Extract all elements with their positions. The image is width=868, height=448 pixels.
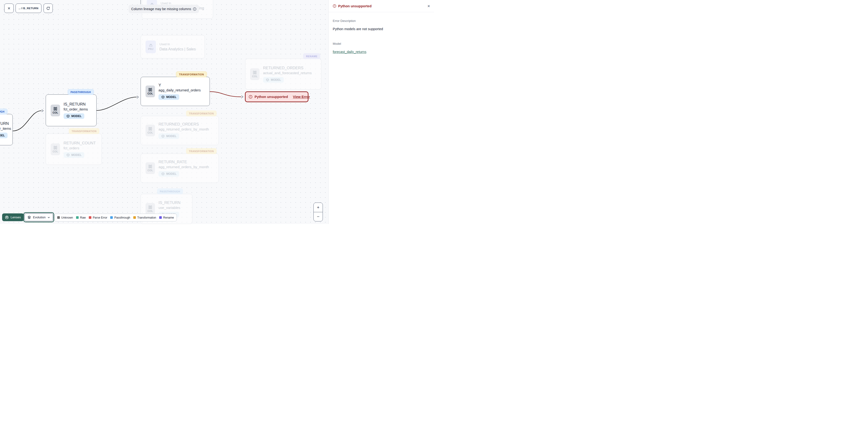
legend-swatch: [159, 216, 162, 219]
zoom-out-button[interactable]: −: [314, 212, 322, 221]
lineage-node-forecast-renamed[interactable]: RENAME COL RETURNED_ORDERS actual_and_fo…: [245, 59, 321, 90]
column-lineage-app: Python unsupported View Error Column lin…: [0, 0, 434, 224]
lens-selected-label: Evolution: [33, 215, 45, 219]
breadcrumb-label: .. / IS_RETURN: [19, 7, 38, 10]
used-in-value: Data Analytics | Sales: [159, 47, 196, 51]
lineage-notice-banner: Column lineage may be missing columns: [129, 5, 199, 13]
node-model-name: fct_order_items: [64, 107, 88, 111]
model-pill: MODEL: [158, 94, 179, 100]
lenses-aperture-icon: [5, 215, 9, 219]
node-model-name: fct_orders: [64, 146, 96, 150]
view-error-link[interactable]: View Error: [293, 95, 310, 99]
legend-label: Transformation: [137, 216, 156, 219]
lineage-node-used-in-sales[interactable]: PRJ Used In Data Analytics | Sales: [141, 35, 205, 58]
lineage-canvas[interactable]: Python unsupported View Error Column lin…: [0, 0, 329, 224]
info-icon[interactable]: [193, 7, 196, 11]
model-pill: MODEL: [263, 77, 284, 83]
error-node-label: Python unsupported: [254, 95, 288, 99]
notice-text: Column lineage may be missing columns: [131, 7, 191, 11]
lens-badge: TRANSFORMATION: [186, 111, 217, 116]
legend-swatch: [76, 216, 79, 219]
alert-circle-icon: [333, 4, 336, 8]
legend-item-passthrough: Passthrough: [110, 216, 130, 219]
chevron-down-icon: [47, 216, 50, 219]
lineage-node-return-rate[interactable]: TRANSFORMATION COL RETURN_RATE agg_retur…: [141, 154, 219, 183]
refresh-button[interactable]: [43, 3, 53, 13]
lenses-label: Lenses: [10, 215, 21, 219]
lineage-node-returned-orders-month[interactable]: TRANSFORMATION COL RETURNED_ORDERS agg_r…: [141, 116, 219, 145]
legend-label: Raw: [80, 216, 86, 219]
legend-swatch: [133, 216, 136, 219]
lenses-button[interactable]: Lenses: [2, 213, 24, 221]
lineage-node-upstream-is-return[interactable]: PASSTHROUGH COL IS_RETURN fct_order_item…: [0, 114, 13, 145]
lens-badge: PASSTHROUGH: [68, 89, 94, 95]
error-description-label: Error Description: [333, 19, 430, 23]
lineage-node-return-count[interactable]: TRANSFORMATION COL RETURN_COUNT fct_orde…: [46, 133, 102, 165]
model-pill: MODEL: [64, 113, 84, 119]
model-link[interactable]: forecast_daily_returns: [333, 50, 366, 54]
legend-swatch: [110, 216, 113, 219]
column-icon: COL: [51, 104, 60, 116]
panel-close-icon[interactable]: ×: [427, 4, 430, 8]
legend-item-raw: Raw: [76, 216, 86, 219]
breadcrumb[interactable]: .. / IS_RETURN: [16, 3, 41, 13]
column-icon: COL: [146, 86, 155, 97]
node-model-name: agg_returned_orders_by_month: [158, 165, 209, 169]
node-model-name: actual_and_forecasted_returns: [263, 71, 312, 75]
column-icon: COL: [146, 125, 155, 137]
model-pill: MODEL: [64, 152, 84, 158]
node-title: IS_RETURN: [0, 121, 11, 126]
error-detail-panel: Python unsupported × Error Description P…: [329, 0, 434, 224]
column-icon: COL: [250, 68, 259, 80]
zoom-controls: + −: [313, 203, 323, 221]
node-model-name: agg_daily_returned_orders: [158, 88, 200, 92]
node-title: RETURN_COUNT: [64, 141, 96, 145]
legend-label: Rename: [163, 216, 174, 219]
layers-icon: [27, 215, 31, 219]
legend-item-unknown: Unknown: [57, 216, 73, 219]
lens-badge: TRANSFORMATION: [176, 71, 207, 77]
legend-swatch: [57, 216, 60, 219]
lens-legend: UnknownRawParse ErrorPassthroughTransfor…: [54, 214, 177, 221]
model-pill: MODEL: [158, 133, 179, 139]
lens-selector-wrap: Evolution: [23, 212, 54, 222]
used-in-label: Used In: [159, 42, 196, 46]
lens-badge: PASSTHROUGH: [157, 188, 183, 194]
zoom-in-button[interactable]: +: [314, 203, 322, 212]
column-icon: COL: [146, 203, 155, 215]
error-description-value: Python models are not supported: [333, 27, 430, 31]
refresh-icon: [46, 6, 50, 10]
panel-body: Error Description Python models are not …: [329, 12, 434, 55]
used-in-label: Used In: [161, 1, 204, 5]
cube-icon: [66, 153, 70, 157]
lens-dropdown[interactable]: Evolution: [25, 213, 53, 221]
cube-icon: [161, 172, 165, 176]
legend-item-rename: Rename: [159, 216, 174, 219]
node-model-name: agg_returned_orders_by_month: [158, 127, 209, 131]
cube-icon: [161, 95, 165, 99]
cube-icon: [161, 135, 165, 138]
panel-title: Python unsupported: [338, 4, 372, 8]
close-icon: ×: [7, 6, 10, 11]
node-title: IS_RETURN: [64, 102, 88, 107]
panel-header: Python unsupported ×: [329, 0, 434, 12]
legend-label: Unknown: [61, 216, 73, 219]
lineage-node-is-return[interactable]: PASSTHROUGH COL IS_RETURN fct_order_item…: [46, 94, 97, 126]
node-model-name: use_variables: [158, 206, 181, 210]
lens-badge: TRANSFORMATION: [69, 128, 99, 134]
node-title: Y: [158, 83, 200, 87]
node-title: RETURN_RATE: [158, 160, 209, 164]
project-icon: PRJ: [146, 40, 156, 53]
model-pill: MODEL: [0, 132, 7, 138]
lens-badge: TRANSFORMATION: [186, 148, 217, 154]
legend-label: Parse Error: [93, 216, 107, 219]
lineage-node-y-agg-daily[interactable]: TRANSFORMATION COL Y agg_daily_returned_…: [141, 77, 210, 106]
error-node-python-unsupported[interactable]: Python unsupported View Error: [245, 91, 309, 102]
cube-icon: [66, 115, 70, 118]
legend-swatch: [89, 216, 91, 219]
cube-icon: [266, 78, 269, 82]
legend-label: Passthrough: [114, 216, 130, 219]
close-lineage-button[interactable]: ×: [4, 3, 14, 13]
legend-item-parse-error: Parse Error: [89, 216, 107, 219]
node-title: RETURNED_ORDERS: [158, 122, 209, 126]
